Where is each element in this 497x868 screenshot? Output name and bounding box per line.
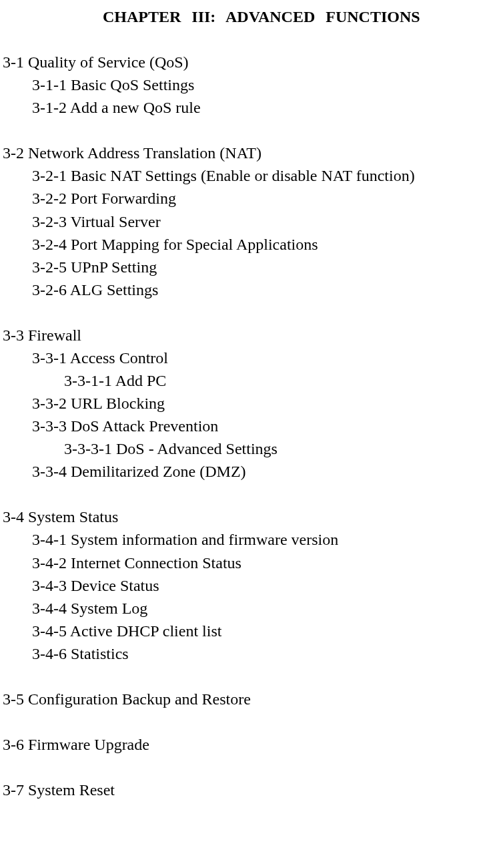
- section-heading: 3-7 System Reset: [3, 779, 497, 801]
- section-heading: 3-1 Quality of Service (QoS): [3, 51, 497, 73]
- toc-entry: 3-4-1 System information and firmware ve…: [32, 528, 497, 551]
- section-heading: 3-4 System Status: [3, 505, 497, 528]
- toc-entry: 3-3-2 URL Blocking: [32, 392, 497, 415]
- toc-entry: 3-2-5 UPnP Setting: [32, 256, 497, 278]
- section-spacer: [3, 665, 497, 688]
- toc-container: 3-1 Quality of Service (QoS)3-1-1 Basic …: [3, 51, 497, 801]
- toc-entry: 3-4-5 Active DHCP client list: [32, 620, 497, 642]
- toc-entry: 3-1-1 Basic QoS Settings: [32, 73, 497, 96]
- section-spacer: [3, 756, 497, 779]
- toc-entry: 3-1-2 Add a new QoS rule: [32, 96, 497, 119]
- toc-entry: 3-4-4 System Log: [32, 597, 497, 620]
- toc-entry: 3-2-3 Virtual Server: [32, 210, 497, 233]
- toc-entry: 3-2-1 Basic NAT Settings (Enable or disa…: [32, 164, 497, 187]
- toc-entry: 3-3-4 Demilitarized Zone (DMZ): [32, 460, 497, 483]
- section-heading: 3-6 Firmware Upgrade: [3, 733, 497, 756]
- toc-entry: 3-4-2 Internet Connection Status: [32, 552, 497, 574]
- toc-entry: 3-2-6 ALG Settings: [32, 278, 497, 301]
- chapter-title: CHAPTER III: ADVANCED FUNCTIONS: [3, 5, 497, 28]
- toc-entry: 3-4-3 Device Status: [32, 574, 497, 597]
- toc-entry: 3-3-1 Access Control: [32, 347, 497, 369]
- section-spacer: [3, 301, 497, 324]
- toc-entry: 3-2-2 Port Forwarding: [32, 187, 497, 210]
- section-spacer: [3, 483, 497, 505]
- toc-entry: 3-3-3 DoS Attack Prevention: [32, 415, 497, 437]
- section-heading: 3-3 Firewall: [3, 324, 497, 347]
- section-heading: 3-2 Network Address Translation (NAT): [3, 142, 497, 164]
- toc-entry: 3-3-1-1 Add PC: [64, 369, 497, 392]
- section-spacer: [3, 119, 497, 142]
- section-heading: 3-5 Configuration Backup and Restore: [3, 688, 497, 710]
- toc-entry: 3-4-6 Statistics: [32, 642, 497, 665]
- toc-entry: 3-2-4 Port Mapping for Special Applicati…: [32, 233, 497, 256]
- section-spacer: [3, 710, 497, 733]
- toc-entry: 3-3-3-1 DoS - Advanced Settings: [64, 437, 497, 460]
